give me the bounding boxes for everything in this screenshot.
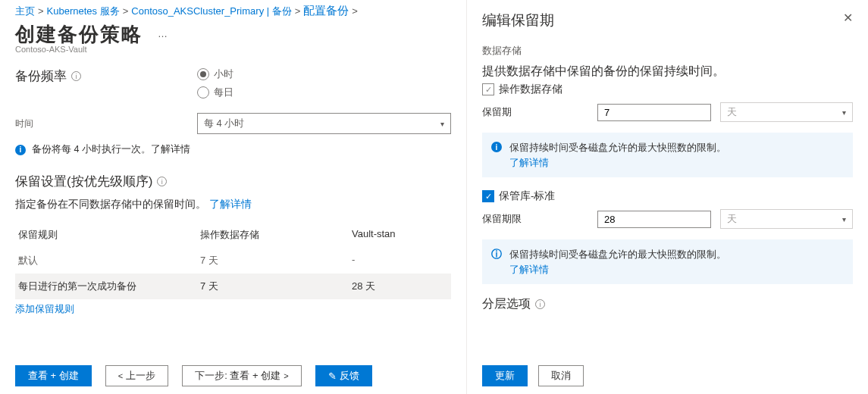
breadcrumb-sep: > bbox=[352, 5, 358, 17]
retention-desc: 指定备份在不同数据存储中的保留时间。 了解详情 bbox=[15, 198, 451, 211]
retention-limit-input[interactable] bbox=[597, 211, 711, 228]
vault-subtitle: Contoso-AKS-Vault bbox=[15, 45, 451, 54]
table-row[interactable]: 默认 7 天 - bbox=[15, 248, 451, 274]
frequency-info: i 备份将每 4 小时执行一次。了解详情 bbox=[15, 143, 451, 156]
checkbox-icon: ✓ bbox=[482, 190, 494, 202]
edit-retention-blade: 编辑保留期 ✕ 数据存储 提供数据存储中保留的备份的保留持续时间。 ✓ 操作数据… bbox=[466, 0, 868, 394]
close-icon[interactable]: ✕ bbox=[843, 11, 853, 25]
update-button[interactable]: 更新 bbox=[482, 365, 528, 386]
time-dropdown[interactable]: 每 4 小时 ▾ bbox=[197, 113, 451, 134]
table-header: 保留规则 操作数据存储 Vault-stan bbox=[15, 222, 451, 248]
radio-icon bbox=[197, 86, 209, 98]
blade-title: 编辑保留期 bbox=[482, 11, 554, 30]
chevron-down-icon: ▾ bbox=[440, 120, 444, 128]
checkbox-icon: ✓ bbox=[482, 83, 494, 95]
vault-std-checkbox[interactable]: ✓ 保管库-标准 bbox=[482, 189, 853, 203]
retention-value-input[interactable] bbox=[597, 104, 711, 121]
breadcrumb-home[interactable]: 主页 bbox=[15, 5, 35, 18]
retention-unit-dropdown[interactable]: 天 ▾ bbox=[720, 102, 853, 122]
th-op: 操作数据存储 bbox=[200, 228, 352, 242]
info-icon[interactable]: i bbox=[157, 177, 167, 186]
retention-limit-label: 保留期限 bbox=[482, 212, 588, 226]
frequency-radio-group: 小时 每日 bbox=[197, 67, 233, 99]
breadcrumb-sep: > bbox=[38, 5, 44, 17]
op-store-checkbox[interactable]: ✓ 操作数据存储 bbox=[482, 83, 853, 96]
learn-more-link[interactable]: 了解详情 bbox=[209, 199, 252, 210]
info-icon: i bbox=[491, 142, 502, 152]
th-vault: Vault-stan bbox=[352, 228, 458, 242]
page-title: 创建备份策略 bbox=[15, 21, 143, 48]
chevron-down-icon: ▾ bbox=[842, 215, 846, 224]
cancel-button[interactable]: 取消 bbox=[538, 365, 584, 386]
footer: 查看 + 创建 < 上一步 下一步: 查看 + 创建 > ✎ 反馈 bbox=[15, 365, 466, 386]
more-menu[interactable]: … bbox=[158, 28, 168, 39]
breadcrumb: 主页 > Kubernetes 服务 > Contoso_AKSCluster_… bbox=[15, 4, 451, 18]
add-retention-rule[interactable]: 添加保留规则 bbox=[15, 302, 74, 316]
info-box-1: i 保留持续时间受各磁盘允许的最大快照数的限制。 了解详情 bbox=[482, 133, 853, 177]
info-icon: ⓘ bbox=[491, 249, 502, 259]
info-icon[interactable]: i bbox=[535, 299, 545, 309]
chevron-right-icon: > bbox=[284, 371, 288, 380]
breadcrumb-sep: > bbox=[295, 5, 301, 17]
info-icon: i bbox=[15, 145, 26, 155]
learn-more-link[interactable]: 了解详情 bbox=[509, 264, 549, 275]
chevron-left-icon: < bbox=[118, 371, 123, 380]
breadcrumb-cluster[interactable]: Contoso_AKSCluster_Primary | 备份 bbox=[131, 5, 291, 18]
retention-limit-unit-dropdown[interactable]: 天 ▾ bbox=[720, 209, 853, 229]
time-label: 时间 bbox=[15, 117, 197, 130]
breadcrumb-sep: > bbox=[123, 5, 129, 17]
radio-daily[interactable]: 每日 bbox=[197, 86, 233, 99]
blade-subtitle: 数据存储 bbox=[482, 44, 853, 58]
chevron-down-icon: ▾ bbox=[842, 108, 846, 117]
retention-label: 保留期 bbox=[482, 105, 588, 119]
table-row[interactable]: 每日进行的第一次成功备份 7 天 28 天 bbox=[15, 274, 451, 299]
feedback-button[interactable]: ✎ 反馈 bbox=[315, 365, 372, 386]
breadcrumb-current: 配置备份 bbox=[303, 4, 349, 18]
retention-table: 保留规则 操作数据存储 Vault-stan 默认 7 天 - 每日进行的第一次… bbox=[15, 222, 451, 299]
tier-options-title: 分层选项 i bbox=[482, 296, 853, 312]
info-box-2: ⓘ 保留持续时间受各磁盘允许的最大快照数的限制。 了解详情 bbox=[482, 239, 853, 284]
breadcrumb-k8s[interactable]: Kubernetes 服务 bbox=[47, 5, 120, 18]
frequency-label: 备份频率 i bbox=[15, 67, 197, 85]
radio-hourly[interactable]: 小时 bbox=[197, 67, 233, 81]
info-icon[interactable]: i bbox=[71, 71, 81, 81]
next-button[interactable]: 下一步: 查看 + 创建 > bbox=[182, 365, 301, 386]
blade-footer: 更新 取消 bbox=[482, 365, 584, 386]
retention-title: 保留设置(按优先级顺序) i bbox=[15, 173, 451, 190]
th-rule: 保留规则 bbox=[18, 228, 200, 242]
prev-button[interactable]: < 上一步 bbox=[105, 365, 168, 386]
review-create-button[interactable]: 查看 + 创建 bbox=[15, 365, 92, 386]
learn-more-link[interactable]: 了解详情 bbox=[509, 157, 549, 168]
radio-icon bbox=[197, 68, 209, 80]
feedback-icon: ✎ bbox=[328, 371, 337, 382]
blade-desc: 提供数据存储中保留的备份的保留持续时间。 bbox=[482, 64, 853, 80]
